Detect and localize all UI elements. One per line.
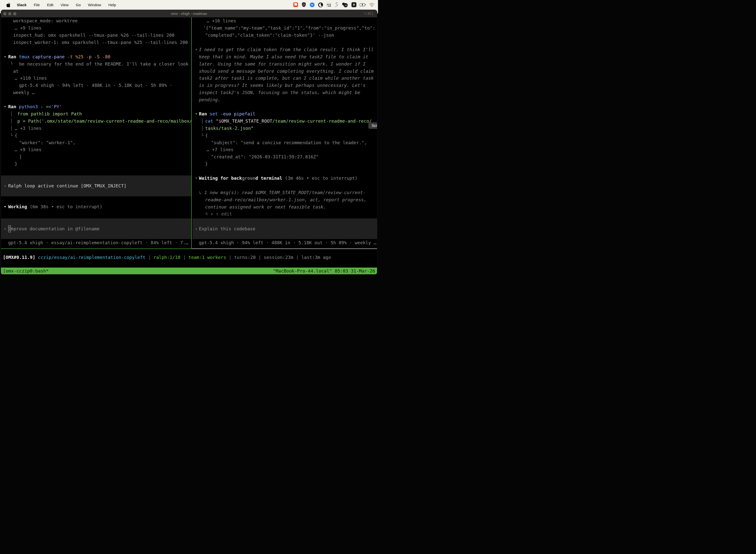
terminal-line: later. Using the same for transition mig… <box>1 61 377 67</box>
waiting-status: •Waiting for background terminal (3m 46s… <box>1 175 377 182</box>
tmux-session-name: [omx-cczip0:bash* <box>3 268 49 274</box>
terminal-line: "created_at": "2026-03-31T11:59:27.816Z" <box>1 153 377 160</box>
wifi-icon[interactable] <box>369 3 375 7</box>
terminal-line: │cat "$OMX_TEAM_STATE_ROOT/team/review-c… <box>1 118 377 125</box>
menu-item-window[interactable]: Window <box>88 3 101 7</box>
terminal-line: "completed","claim_token":"claim-token"}… <box>1 32 377 39</box>
menu-item-file[interactable]: File <box>34 3 40 7</box>
terminal-line: } <box>1 160 377 167</box>
terminal-line: task2 after task1 is complete, but can I… <box>1 75 377 82</box>
terminal-line: └{ <box>1 132 377 139</box>
tmux-status-bar[interactable]: [omx-cczip0:bash* "MacBook-Pro-44.local"… <box>1 268 377 274</box>
terminal-line: … +7 lines <box>1 146 377 153</box>
terminal-line: … +16 lines <box>1 17 377 24</box>
menu-item-view[interactable]: View <box>61 3 68 7</box>
command-line: •Ran set -euo pipefail <box>1 110 377 117</box>
terminal-line: │tasks/task-2.json" <box>1 125 377 132</box>
menu-item-help[interactable]: Help <box>108 3 116 7</box>
terminal-line: '{"team_name":"my-team","task_id":"1","f… <box>1 24 377 32</box>
omx-session-status: [OMX#0.11.9] cczip/essay/ai-reimplementa… <box>1 254 377 261</box>
dots-grid-icon[interactable] <box>326 2 331 7</box>
screen-tooltip: Scre <box>368 122 377 129</box>
thinking-text: •I need to get the claim token from the … <box>1 46 377 53</box>
messenger-bolt-icon[interactable] <box>310 2 315 7</box>
terminal-line: continue assigned work or next feasible … <box>1 204 377 211</box>
crescent-circle-icon[interactable] <box>318 2 323 7</box>
chat-bubble-icon[interactable] <box>293 2 298 7</box>
apple-menu[interactable] <box>6 2 10 7</box>
window-title-bar[interactable]: omx --xhigh --madmax ⌥⌘1 <box>1 10 377 17</box>
window-title: omx --xhigh --madmax <box>1 10 377 17</box>
command-line: •Ran python3 - <<'PY' <box>1 103 377 110</box>
left-pane-bottom-border <box>1 248 191 249</box>
terminal-line: should send a message before completing … <box>1 68 377 75</box>
menu-item-go[interactable]: Go <box>76 3 81 7</box>
dragon-icon[interactable] <box>334 2 338 7</box>
menu-bar: SlackFileEditViewGoWindowHelp <box>0 0 378 9</box>
prompt-input[interactable]: ›Improve documentation in @filename <box>1 218 191 239</box>
shield-grid-icon[interactable] <box>301 2 306 7</box>
terminal-line: pending. <box>1 96 377 103</box>
pane-divider[interactable] <box>191 17 192 249</box>
app-menu-items: SlackFileEditViewGoWindowHelp <box>17 3 123 7</box>
svg-text:..61: ..61 <box>344 4 348 6</box>
menu-item-edit[interactable]: Edit <box>47 3 53 7</box>
terminal-line: inspect_worker-1: omx sparkshell --tmux-… <box>1 39 377 46</box>
model-status-line: gpt-5.4 xhigh · 94% left · 488K in · 5.1… <box>1 239 377 246</box>
terminal-content: Scre [omx-cczip0:bash* "MacBook-Pro-44.l… <box>1 17 377 275</box>
menu-item-slack[interactable]: Slack <box>17 3 26 7</box>
terminal-line: inspect task2's JSON, focusing on the st… <box>1 89 377 96</box>
terminal-line: readme-and-reco/mailbox/worker-1.json, a… <box>1 196 377 203</box>
window-shortcut-badge: ⌥⌘1 <box>363 10 374 17</box>
tmux-host-and-clock: "MacBook-Pro-44.local" 05:03 31-Mar-26 <box>273 268 375 274</box>
terminal-line: "subject": "send a concise recommendatio… <box>1 139 377 146</box>
prompt-input[interactable]: ›Explain this codebase <box>192 218 377 239</box>
apple-icon <box>6 2 10 7</box>
terminal-line: is in progress? It seems likely but perh… <box>1 82 377 89</box>
battery-icon[interactable] <box>360 3 366 6</box>
input-source-icon[interactable]: A <box>352 2 357 7</box>
terminal-window: omx --xhigh --madmax ⌥⌘1 Scre [omx-cczip… <box>1 10 377 275</box>
right-pane-bottom-border <box>192 248 377 249</box>
menu-bar-status-icons: ..61 A <box>293 2 378 7</box>
terminal-line: ⌥ + ↑ edit <box>1 211 377 217</box>
badge-61-icon[interactable]: ..61 <box>342 2 348 7</box>
mailbox-note: ↳ 1 new msg(s): read $OMX_TEAM_STATE_ROO… <box>1 189 377 196</box>
terminal-line: keep that in mind. Maybe I also need the… <box>1 53 377 60</box>
